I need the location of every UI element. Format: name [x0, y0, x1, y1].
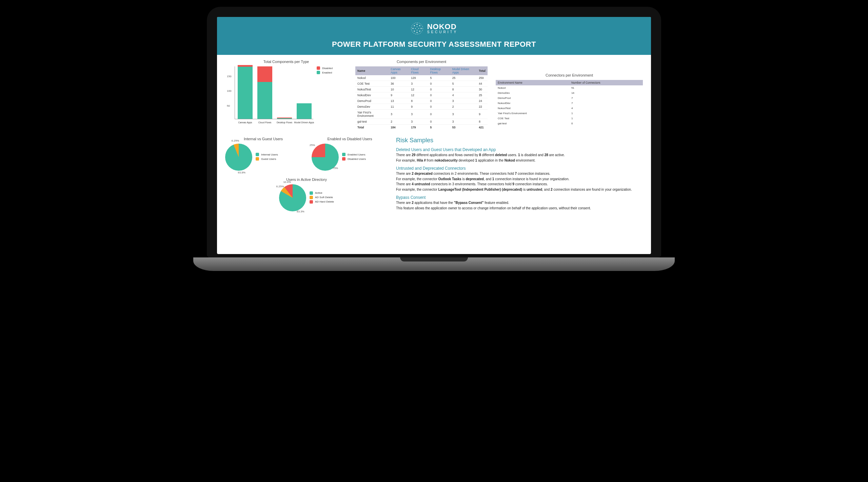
screen: NOKOD SECURITY POWER PLATFORM SECURITY A… — [217, 17, 651, 254]
table-header: Total — [477, 66, 488, 75]
table-cell: gal-test — [355, 119, 389, 125]
pie-slice-label: 25% — [310, 144, 315, 147]
brand-sub: SECURITY — [427, 30, 458, 34]
table-cell: 12 — [409, 87, 428, 92]
svg-point-7 — [412, 28, 413, 29]
bar-chart-title: Total Components per Type — [225, 60, 347, 64]
table-footer-cell: 421 — [477, 125, 488, 130]
bar-segment — [277, 118, 292, 119]
table-header: Environment Name — [496, 80, 569, 85]
table-cell: 259 — [477, 75, 488, 81]
connectors-table-section: Connectors per Environment Environment N… — [496, 60, 643, 130]
bar: Canvas Apps — [238, 65, 253, 119]
connectors-table-title: Connectors per Environment — [496, 73, 643, 77]
table-cell: 0 — [428, 92, 450, 98]
risk-s2-p3: There are 4 untrusted connectors in 3 en… — [396, 182, 643, 187]
bar-segment — [257, 66, 272, 82]
table-footer-cell: 53 — [450, 125, 477, 130]
top-row: Total Components per Type 50100150Canvas… — [225, 60, 643, 130]
risk-s3-p2: This feature allows the application owne… — [396, 206, 643, 211]
legend-item: AD Soft Delete — [310, 196, 334, 199]
table-cell: 8 — [477, 119, 488, 125]
legend-label: Enabled Users — [348, 153, 365, 156]
table-cell: 0 — [569, 121, 643, 126]
table-cell: DemoDev — [355, 104, 389, 110]
table-cell: 30 — [477, 87, 488, 92]
table-cell: 51 — [569, 85, 643, 90]
table-cell: Nokod — [496, 85, 569, 90]
table-cell: 13 — [389, 98, 409, 104]
table-cell: 0 — [428, 81, 450, 87]
table-header: Canvas Apps — [389, 66, 409, 75]
risk-s2-title: Untrusted and Deprecated Connectors — [396, 166, 643, 171]
bar-segment — [297, 103, 312, 119]
table-cell: 3 — [450, 119, 477, 125]
table-cell: 7 — [569, 101, 643, 106]
svg-point-9 — [417, 26, 417, 27]
table-row: DemoDev14 — [496, 90, 643, 96]
swatch — [317, 66, 320, 70]
table-cell: 8 — [450, 87, 477, 92]
table-cell: 3 — [450, 98, 477, 104]
table-row: DemoProd7 — [496, 96, 643, 101]
table-cell: 25 — [450, 75, 477, 81]
table-cell: 22 — [477, 104, 488, 110]
connectors-table: Environment NameNumber of Connectors Nok… — [496, 80, 643, 126]
pie-slice-label: 6.25% — [232, 139, 239, 142]
swatch — [310, 196, 313, 199]
legend-label: Disabled Users — [348, 158, 366, 161]
table-row: NokodDev9120425 — [355, 92, 488, 98]
svg-point-11 — [417, 30, 417, 30]
table-cell: Yair Finzi's Environment — [496, 111, 569, 116]
table-row: COE Test1 — [496, 116, 643, 121]
table-cell: 11 — [389, 104, 409, 110]
bar-segment — [257, 82, 272, 119]
legend-item: Active — [310, 191, 334, 195]
bar: Cloud Flows — [257, 66, 272, 119]
table-cell: 5 — [450, 81, 477, 87]
table-row: Nokod51 — [496, 85, 643, 90]
bar-legend: DisabledEnabled — [317, 66, 333, 124]
table-cell: 3 — [409, 119, 428, 125]
report-body: Total Components per Type 50100150Canvas… — [217, 55, 651, 216]
table-cell: NokodTest — [496, 106, 569, 111]
swatch — [256, 157, 259, 161]
swatch — [317, 71, 320, 74]
table-cell: NokodDev — [496, 101, 569, 106]
pie-internal-guest: 93.8%6.25% — [225, 144, 252, 171]
table-cell: NokodDev — [355, 92, 389, 98]
table-cell: 14 — [569, 90, 643, 96]
table-cell: 24 — [477, 98, 488, 104]
pie2-title: Enabled vs Disabled Users — [312, 137, 388, 141]
y-tick: 50 — [227, 104, 230, 107]
legend-label: Guest Users — [261, 158, 276, 161]
table-header: Cloud Flows — [409, 66, 428, 75]
pie-active-directory: 83.3%6.25%10.4% — [279, 184, 306, 211]
table-cell: 3 — [409, 81, 428, 87]
bar-chart: 50100150Canvas AppsCloud FlowsDesktop Fl… — [225, 66, 313, 124]
table-row: NokodTest10120830 — [355, 87, 488, 92]
table-cell: 3 — [450, 110, 477, 119]
table-cell: 2 — [389, 119, 409, 125]
brand-logo: NOKOD SECURITY — [217, 22, 651, 35]
risk-s1-title: Deleted Users and Guest Users that Devel… — [396, 147, 643, 152]
table-cell: 5 — [428, 75, 450, 81]
pie-slice-label: 75% — [333, 167, 338, 170]
pie-section: Internal vs Guest Users 93.8%6.25% Inter… — [225, 137, 388, 211]
legend-label: Internal Users — [261, 153, 278, 156]
table-row: COE Test3630544 — [355, 81, 488, 87]
table-cell: 4 — [569, 106, 643, 111]
table-cell: 25 — [477, 92, 488, 98]
table-header: Model Driven Apps — [450, 66, 477, 75]
risk-s3-p1: There are 2 applications that have the "… — [396, 201, 643, 205]
table-header: Desktop Flows — [428, 66, 450, 75]
table-row: gal-test0 — [496, 121, 643, 126]
svg-point-5 — [416, 32, 417, 33]
table-cell: 7 — [569, 96, 643, 101]
table-footer-cell: 5 — [428, 125, 450, 130]
swatch — [310, 191, 313, 195]
legend-item: Disabled Users — [342, 157, 366, 161]
table-row: NokodDev7 — [496, 101, 643, 106]
table-header: Number of Connectors — [569, 80, 643, 85]
svg-point-2 — [419, 25, 420, 26]
